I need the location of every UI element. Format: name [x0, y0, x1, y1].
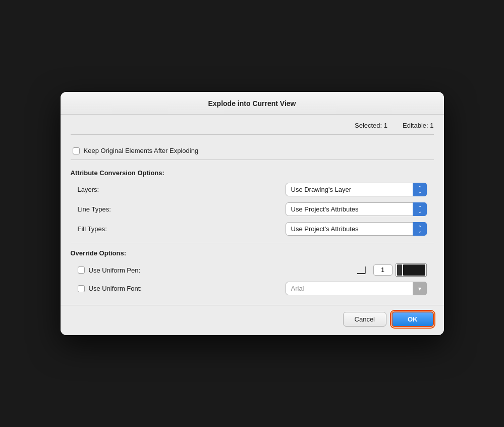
layers-select-wrapper: Use Drawing's Layer Use Project's Attrib… [286, 183, 427, 196]
layers-select[interactable]: Use Drawing's Layer Use Project's Attrib… [286, 183, 427, 196]
font-select[interactable]: Arial Helvetica Times New Roman [286, 282, 427, 295]
fill-types-label: Fill Types: [78, 225, 128, 233]
uniform-pen-checkbox[interactable] [78, 266, 85, 274]
color-swatch [403, 264, 425, 276]
uniform-pen-row: Use Uniform Pen: 1 [71, 261, 434, 279]
ok-button[interactable]: OK [391, 311, 434, 327]
line-types-row: Line Types: Use Drawing's Layer Use Proj… [71, 199, 434, 219]
layers-row: Layers: Use Drawing's Layer Use Project'… [71, 180, 434, 199]
color-swatch-container[interactable] [396, 263, 427, 277]
keep-original-row: Keep Original Elements After Exploding [71, 142, 434, 160]
selected-stat: Selected: 1 [355, 122, 387, 129]
pen-stroke-icon [356, 264, 368, 276]
uniform-font-label: Use Uniform Font: [89, 285, 142, 292]
pen-icon-svg [356, 264, 368, 276]
dialog-footer: Cancel OK [61, 305, 444, 335]
explode-dialog: Explode into Current View Selected: 1 Ed… [61, 92, 444, 335]
line-types-select-wrapper: Use Drawing's Layer Use Project's Attrib… [286, 202, 427, 216]
dialog-title: Explode into Current View [208, 99, 296, 108]
line-types-select-wrap: Use Drawing's Layer Use Project's Attrib… [133, 202, 427, 216]
uniform-font-checkbox[interactable] [78, 285, 85, 292]
layers-select-wrap: Use Drawing's Layer Use Project's Attrib… [133, 183, 427, 196]
pen-size-input[interactable]: 1 [373, 264, 393, 276]
dialog-body: Selected: 1 Editable: 1 Keep Original El… [61, 115, 444, 305]
pen-controls: 1 [356, 263, 427, 277]
editable-stat: Editable: 1 [403, 122, 433, 129]
attribute-conversion-heading: Attribute Conversion Options: [71, 165, 434, 180]
fill-types-select-wrapper: Use Drawing's Layer Use Project's Attrib… [286, 222, 427, 236]
line-types-select[interactable]: Use Drawing's Layer Use Project's Attrib… [286, 202, 427, 216]
font-select-wrapper: Arial Helvetica Times New Roman [286, 282, 427, 295]
fill-types-select-wrap: Use Drawing's Layer Use Project's Attrib… [133, 222, 427, 236]
fill-types-select[interactable]: Use Drawing's Layer Use Project's Attrib… [286, 222, 427, 236]
line-types-label: Line Types: [78, 205, 128, 213]
layers-label: Layers: [78, 186, 128, 193]
stats-row: Selected: 1 Editable: 1 [71, 122, 434, 135]
keep-original-checkbox[interactable] [73, 147, 80, 154]
uniform-pen-label: Use Uniform Pen: [89, 266, 141, 274]
override-section: Override Options: Use Uniform Pen: 1 [71, 243, 434, 298]
uniform-font-row: Use Uniform Font: Arial Helvetica Times … [71, 279, 434, 298]
override-heading: Override Options: [71, 246, 434, 261]
color-dot [397, 264, 402, 276]
fill-types-row: Fill Types: Use Drawing's Layer Use Proj… [71, 219, 434, 239]
keep-original-label: Keep Original Elements After Exploding [84, 147, 199, 154]
dialog-titlebar: Explode into Current View [61, 92, 444, 115]
cancel-button[interactable]: Cancel [343, 312, 386, 327]
